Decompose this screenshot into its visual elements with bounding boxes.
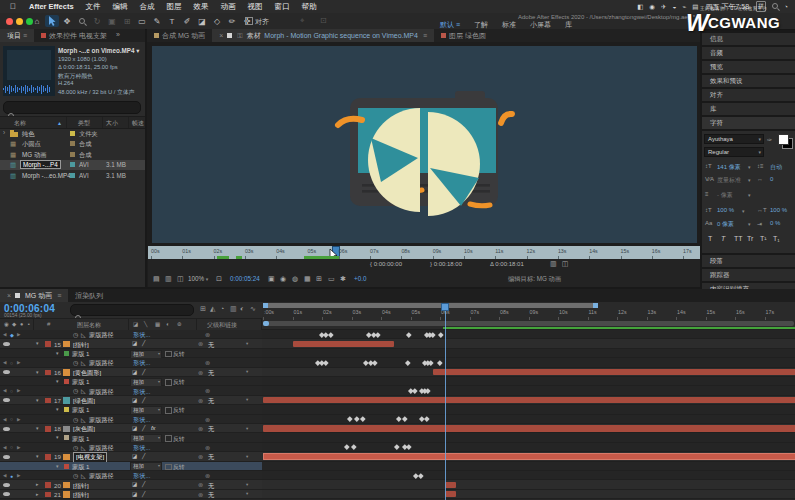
keyframe[interactable] [412,388,417,393]
small-caps-button[interactable]: Tr [747,235,753,242]
keyframe[interactable] [425,388,430,393]
fill-color-swatch[interactable] [778,134,789,145]
parent-pickwhip-icon[interactable]: ⊚ [198,453,203,460]
always-preview-icon[interactable]: ▤ [153,275,160,283]
footage-info-name[interactable]: Morph -...e on Vimeo.MP4 ▾ [58,47,139,54]
timeline-track-15[interactable] [262,471,795,480]
label-color-chip[interactable] [45,426,51,432]
work-area-end-handle[interactable] [593,303,598,308]
parent-pickwhip-icon[interactable]: ⊚ [198,425,203,432]
kf-nav-current[interactable]: ● [10,473,13,479]
column-header-1[interactable]: 类型 [78,119,90,128]
label-color-chip[interactable] [45,341,51,347]
timeline-track-12[interactable] [262,443,795,452]
panel-character[interactable]: 字符 [702,117,795,129]
expander-icon[interactable]: ▾ [36,369,39,375]
apple-menu[interactable]:  [0,2,23,11]
parent-dropdown-arrow[interactable]: ▾ [246,482,248,487]
wifi-icon[interactable]: ⌁ [682,3,686,11]
volume-icon[interactable]: ◒ [672,3,676,10]
menu-item-1[interactable]: 编辑 [107,2,134,12]
draft-3d-icon[interactable]: ◭ [210,305,215,313]
kf-nav-current[interactable]: ◆ [10,332,14,338]
parent-pickwhip-icon[interactable]: ⊚ [198,481,203,488]
timeline-row-1-layer[interactable]: ▾15[指针]◪╱⊚无▾ [0,339,262,348]
parent-dropdown-arrow[interactable]: ▾ [246,454,248,459]
keyframe[interactable] [430,332,435,337]
keyframe[interactable] [344,445,349,450]
quality-icon[interactable]: ◪ [132,425,137,431]
keyframe[interactable] [406,332,411,337]
column-header-0[interactable]: 名称 [14,119,26,128]
input-method-icon[interactable]: 拼 [756,1,766,12]
footage-view[interactable] [152,46,697,243]
motion-blur-icon[interactable]: ◐ [240,305,244,312]
timeline-row-15-prop[interactable]: ◀●▶◷◺蒙版路径形状...⊚ [0,471,262,480]
invert-checkbox[interactable] [165,464,172,471]
timeline-track-0[interactable] [262,330,795,339]
timeline-row-4-layer[interactable]: ▾16[黄色圆形]◪╱⊚无▾ [0,368,262,377]
timeline-track-17[interactable] [262,490,795,499]
collapse-icon[interactable]: ╱ [142,481,145,487]
project-row-3[interactable]: ▥Morph -...P4AVI3.1 MB [0,160,145,171]
keyframe[interactable] [372,360,377,365]
panel-libraries[interactable]: 库 [702,103,795,115]
camera-tool[interactable]: ▣ [105,15,119,27]
font-size-value[interactable]: 141 像素 [717,163,741,172]
timeline-track-1[interactable] [262,339,795,348]
pickwhip-icon[interactable]: ⊚ [205,387,210,394]
label-color-chip[interactable] [45,492,51,498]
stopwatch-icon[interactable]: ◷ [73,331,78,338]
eye-icon[interactable] [3,455,10,459]
timeline-row-12-prop[interactable]: ◀○▶◷◺蒙版路径形状...⊚ [0,443,262,452]
timeline-row-14-mask[interactable]: ▾蒙版 1相加▾反转 [0,462,262,471]
work-area-start-handle[interactable] [263,303,268,308]
solid-swatch[interactable] [63,369,70,376]
timeline-track-13[interactable] [262,452,795,461]
tab-footage[interactable]: × ⚿ 素材 Morph - Motion Graphic sequence o… [212,29,434,42]
pickwhip-icon[interactable]: ⊚ [205,331,210,338]
timeline-row-2-mask[interactable]: ▾蒙版 1相加▾反转 [0,349,262,358]
timeline-track-4[interactable] [262,368,795,377]
label-color-chip[interactable] [70,162,75,167]
expander-icon[interactable]: ▾ [56,350,59,356]
stroke-width-value[interactable]: - 像素 [717,191,733,200]
kf-nav-next[interactable]: ▶ [17,473,20,478]
shape-tool[interactable]: ▭ [135,15,149,27]
eye-icon[interactable] [3,483,10,487]
mask-color-chip[interactable] [64,464,69,469]
layer-duration-bar[interactable] [433,369,795,375]
tab-timeline-comp[interactable]: × MG 动画 ≡ [0,289,68,302]
keyframe[interactable] [406,445,411,450]
quality-icon[interactable]: ◪ [132,453,137,459]
layer-duration-bar[interactable] [263,397,795,403]
timeline-track-6[interactable] [262,386,795,395]
tsume-value[interactable]: 0 % [770,220,780,226]
fx-badge[interactable]: fx [151,425,156,431]
shared-view-icon[interactable]: ⌖ [300,16,305,26]
spotlight-icon[interactable] [772,3,778,10]
label-color-chip[interactable] [70,173,75,178]
item-name[interactable]: 纯色 [22,130,35,139]
column-header-3[interactable]: 帧速 [132,119,144,128]
time-navigator[interactable] [263,321,794,326]
kf-nav-prev[interactable]: ◀ [3,445,6,450]
eyedropper-icon[interactable]: ✑ [767,136,772,143]
layer-duration-bar[interactable] [293,341,395,347]
timeline-row-5-mask[interactable]: ▾蒙版 1相加▾反转 [0,377,262,386]
timeline-row-8-mask[interactable]: ▾蒙版 1相加▾反转 [0,405,262,414]
panel-overflow-button[interactable]: » [114,29,127,42]
stopwatch-icon[interactable]: ◷ [73,472,78,479]
pickwhip-icon[interactable]: ⊚ [205,416,210,423]
kf-nav-prev[interactable]: ◀ [3,332,6,337]
app-status-icon-2[interactable]: ◉ [649,3,655,11]
col-layer-name[interactable]: 图层名称 [77,321,101,330]
font-family-dropdown[interactable]: Ayuthaya▾ [704,134,764,144]
tab-composition[interactable]: 合成 MG 动画 [147,29,212,42]
parent-dropdown-arrow[interactable]: ▾ [246,491,248,496]
kf-nav-prev[interactable]: ◀ [3,360,6,365]
comp-flowchart-icon[interactable]: ⊞ [200,305,206,313]
timeline-search-input[interactable] [70,304,194,316]
eraser-tool[interactable]: ◇ [210,15,224,27]
panel-audio[interactable]: 音频 [702,47,795,59]
